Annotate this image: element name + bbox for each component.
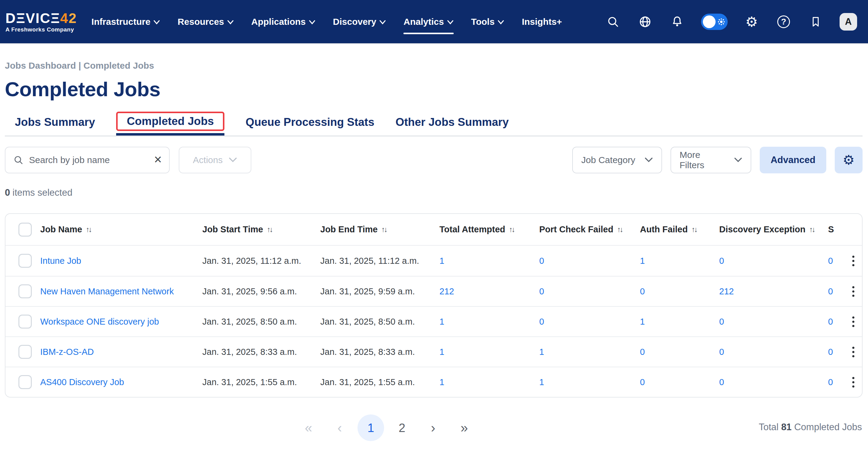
column-header-total-attempted[interactable]: Total Attempted↑↓: [439, 224, 539, 235]
table-row: Intune Job Jan. 31, 2025, 11:12 a.m. Jan…: [5, 246, 862, 276]
row-checkbox[interactable]: [19, 284, 32, 298]
next-page-button[interactable]: ›: [420, 415, 446, 441]
success-link[interactable]: 0: [828, 347, 845, 357]
column-header-success-truncated[interactable]: S: [828, 224, 845, 235]
row-actions-kebab-icon[interactable]: [849, 344, 858, 360]
job-end-time: Jan. 31, 2025, 9:59 a.m.: [320, 286, 439, 297]
page-1-button[interactable]: 1: [358, 415, 384, 441]
column-header-job-end-time[interactable]: Job End Time↑↓: [320, 224, 439, 235]
search-input[interactable]: [29, 155, 154, 165]
nav-item-discovery[interactable]: Discovery: [333, 11, 386, 32]
last-page-button[interactable]: »: [451, 415, 477, 441]
nav-item-analytics[interactable]: Analytics: [403, 11, 453, 32]
column-header-job-start-time[interactable]: Job Start Time↑↓: [202, 224, 320, 235]
search-icon[interactable]: [605, 13, 621, 30]
discovery-exception-link[interactable]: 212: [719, 286, 828, 297]
port-check-failed-link[interactable]: 0: [539, 286, 640, 297]
auth-failed-link[interactable]: 0: [640, 286, 719, 297]
success-link[interactable]: 0: [828, 377, 845, 387]
discovery-exception-link[interactable]: 0: [719, 377, 828, 387]
sort-icon[interactable]: ↑↓: [86, 225, 91, 234]
sort-icon[interactable]: ↑↓: [691, 225, 696, 234]
job-category-dropdown[interactable]: Job Category: [572, 147, 662, 173]
chevron-down-icon: [734, 157, 742, 163]
row-actions-kebab-icon[interactable]: [849, 253, 858, 269]
port-check-failed-link[interactable]: 1: [539, 347, 640, 357]
total-attempted-link[interactable]: 212: [439, 286, 539, 297]
column-header-auth-failed[interactable]: Auth Failed↑↓: [640, 224, 719, 235]
discovery-exception-link[interactable]: 0: [719, 256, 828, 266]
tab-queue-processing-stats[interactable]: Queue Processing Stats: [246, 116, 374, 128]
sort-icon[interactable]: ↑↓: [509, 225, 514, 234]
select-all-checkbox[interactable]: [19, 223, 32, 237]
job-name-link[interactable]: Workspace ONE discovery job: [40, 317, 202, 327]
nav-item-applications[interactable]: Applications: [251, 11, 315, 32]
nav-item-resources[interactable]: Resources: [178, 11, 234, 32]
user-avatar[interactable]: A: [840, 13, 857, 31]
job-end-time: Jan. 31, 2025, 8:33 a.m.: [320, 347, 439, 357]
clear-search-icon[interactable]: ×: [154, 153, 162, 166]
filter-controls: Job Category More Filters Advanced ⚙: [572, 147, 863, 173]
more-filters-dropdown[interactable]: More Filters: [671, 147, 751, 173]
job-name-link[interactable]: AS400 Discovery Job: [40, 377, 202, 387]
port-check-failed-link[interactable]: 0: [539, 256, 640, 266]
bookmark-icon[interactable]: [807, 13, 824, 30]
row-actions-kebab-icon[interactable]: [849, 374, 858, 391]
port-check-failed-link[interactable]: 1: [539, 377, 640, 387]
column-header-job-name[interactable]: Job Name↑↓: [40, 224, 202, 235]
device42-logo[interactable]: DΞVICΞ42 A Freshworks Company: [5, 10, 77, 33]
first-page-button[interactable]: «: [295, 415, 322, 441]
auth-failed-link[interactable]: 0: [640, 377, 719, 387]
table-settings-gear-icon[interactable]: ⚙: [835, 147, 863, 173]
sort-icon[interactable]: ↑↓: [617, 225, 622, 234]
job-name-link[interactable]: New Haven Management Network: [40, 286, 202, 297]
column-header-discovery-exception[interactable]: Discovery Exception↑↓: [719, 224, 828, 235]
port-check-failed-link[interactable]: 0: [539, 317, 640, 327]
nav-item-insights[interactable]: Insights+: [522, 11, 562, 32]
auth-failed-link[interactable]: 0: [640, 347, 719, 357]
breadcrumb[interactable]: Jobs Dashboard | Completed Jobs: [5, 61, 863, 71]
help-icon[interactable]: ?: [775, 13, 792, 30]
page-2-button[interactable]: 2: [389, 415, 415, 441]
total-attempted-link[interactable]: 1: [439, 317, 539, 327]
globe-icon[interactable]: [637, 13, 653, 30]
theme-toggle[interactable]: [701, 13, 728, 30]
nav-item-infrastructure[interactable]: Infrastructure: [91, 11, 160, 32]
job-name-link[interactable]: IBM-z-OS-AD: [40, 347, 202, 357]
tab-bar: Jobs Summary Completed Jobs Queue Proces…: [5, 109, 863, 136]
discovery-exception-link[interactable]: 0: [719, 347, 828, 357]
row-checkbox[interactable]: [19, 345, 32, 359]
success-link[interactable]: 0: [828, 286, 845, 297]
total-attempted-link[interactable]: 1: [439, 347, 539, 357]
row-actions-kebab-icon[interactable]: [849, 283, 858, 300]
settings-gear-icon[interactable]: ⚙: [743, 13, 760, 30]
auth-failed-link[interactable]: 1: [640, 256, 719, 266]
total-attempted-link[interactable]: 1: [439, 256, 539, 266]
nav-item-tools[interactable]: Tools: [471, 11, 504, 32]
tab-other-jobs-summary[interactable]: Other Jobs Summary: [396, 116, 509, 128]
row-checkbox[interactable]: [19, 254, 32, 268]
previous-page-button[interactable]: ‹: [326, 415, 353, 441]
tab-jobs-summary[interactable]: Jobs Summary: [15, 116, 95, 128]
logo-wordmark: DΞVICΞ42: [5, 10, 77, 26]
row-checkbox[interactable]: [19, 315, 32, 329]
table-header-row: Job Name↑↓ Job Start Time↑↓ Job End Time…: [5, 214, 862, 246]
success-link[interactable]: 0: [828, 256, 845, 266]
chevron-down-icon: [309, 20, 315, 25]
job-name-link[interactable]: Intune Job: [40, 256, 202, 266]
tab-completed-jobs[interactable]: Completed Jobs: [127, 115, 214, 128]
sort-icon[interactable]: ↑↓: [809, 225, 814, 234]
auth-failed-link[interactable]: 1: [640, 317, 719, 327]
row-actions-kebab-icon[interactable]: [849, 313, 858, 330]
actions-dropdown[interactable]: Actions: [179, 147, 251, 173]
completed-jobs-table: Job Name↑↓ Job Start Time↑↓ Job End Time…: [5, 213, 863, 397]
success-link[interactable]: 0: [828, 317, 845, 327]
sort-icon[interactable]: ↑↓: [381, 225, 386, 234]
row-checkbox[interactable]: [19, 375, 32, 389]
total-attempted-link[interactable]: 1: [439, 377, 539, 387]
sort-icon[interactable]: ↑↓: [267, 225, 272, 234]
notifications-bell-icon[interactable]: [669, 13, 685, 30]
column-header-port-check-failed[interactable]: Port Check Failed↑↓: [539, 224, 640, 235]
advanced-button[interactable]: Advanced: [760, 147, 826, 173]
discovery-exception-link[interactable]: 0: [719, 317, 828, 327]
